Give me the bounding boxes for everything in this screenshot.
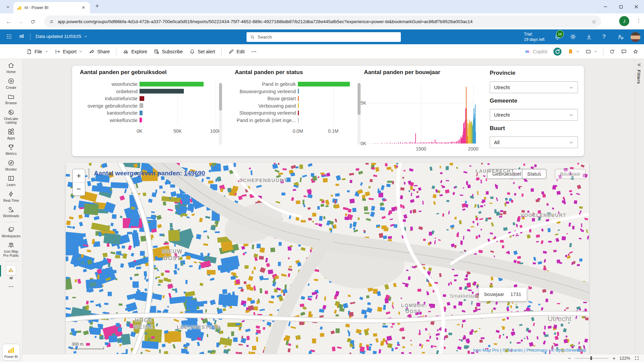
sidebar-item-onelake-catalog[interactable]: OneLakecatalog xyxy=(0,109,22,125)
subscribe-button[interactable]: Subscribe xyxy=(154,49,183,55)
browser-menu-icon[interactable]: ⋮ xyxy=(636,17,641,24)
histogram-bar[interactable] xyxy=(402,143,403,143)
window-close-button[interactable] xyxy=(629,0,644,13)
bookmark-button[interactable] xyxy=(568,49,580,55)
download-button[interactable] xyxy=(586,34,592,40)
sidebar-item-metrics[interactable]: Metrics xyxy=(0,143,22,156)
sidebar-item-real-time[interactable]: Real-Time xyxy=(0,190,22,203)
histogram-bar[interactable] xyxy=(433,142,434,143)
histogram-bar[interactable] xyxy=(412,142,413,143)
bar-row-sloopvergunning-verleend[interactable]: Sloopvergunning verleend xyxy=(235,109,360,117)
edit-button[interactable]: Edit xyxy=(228,49,245,55)
zoom-in-icon[interactable]: + xyxy=(612,355,615,361)
histogram-bar[interactable] xyxy=(414,142,415,143)
map-counter-value[interactable]: 149690 xyxy=(184,170,205,177)
histogram-bar[interactable] xyxy=(398,142,399,143)
window-maximize-button[interactable] xyxy=(613,0,629,13)
browser-tab[interactable]: nl - Power BI ✕ xyxy=(13,2,90,13)
bar-row-bouwvergunning-verleend[interactable]: Bouwvergunning verleend xyxy=(235,88,360,95)
histogram-bar[interactable] xyxy=(451,142,452,143)
histogram-bar[interactable] xyxy=(394,143,395,143)
bar-row-winkelfunctie[interactable]: winkelfunctie xyxy=(80,117,219,124)
chart-gebruiksdoel[interactable]: Aantal panden per gebruiksdoelwoonfuncti… xyxy=(80,69,219,136)
tab-close-icon[interactable]: ✕ xyxy=(80,5,87,11)
histogram-bar[interactable] xyxy=(417,142,418,143)
histogram-bar[interactable] xyxy=(448,142,449,143)
histogram-bar[interactable] xyxy=(415,133,416,143)
bar-row-overige-gebruiksfunctie[interactable]: overige gebruiksfunctie xyxy=(80,102,219,110)
histogram-bar[interactable] xyxy=(450,142,450,143)
histogram-bar[interactable] xyxy=(459,140,459,143)
sidebar-item-workloads[interactable]: Workloads xyxy=(0,206,22,218)
browser-profile-avatar[interactable]: J xyxy=(619,16,629,26)
copilot-button[interactable]: Copilot xyxy=(524,49,547,55)
zoom-slider-thumb[interactable] xyxy=(590,356,592,360)
histogram-bar[interactable] xyxy=(396,143,397,143)
sidebar-item-browse[interactable]: Browse xyxy=(0,93,22,105)
bar-row-woonfunctie[interactable]: woonfunctie xyxy=(80,80,219,88)
bar-row-verbouwing-pand[interactable]: Verbouwing pand xyxy=(235,102,360,110)
histogram-bar[interactable] xyxy=(392,143,392,143)
sidebar-item-home[interactable]: Home xyxy=(0,62,22,74)
sidebar-item-create[interactable]: Create xyxy=(0,77,22,90)
histogram-bar[interactable] xyxy=(439,142,440,143)
window-minimize-button[interactable] xyxy=(598,0,613,13)
histogram-bar[interactable] xyxy=(445,142,446,143)
bar[interactable] xyxy=(140,118,142,122)
filter-buurt-dropdown[interactable]: All xyxy=(490,136,578,148)
chart-status[interactable]: Aantal panden per statusPand in gebruikB… xyxy=(235,69,360,136)
bar[interactable] xyxy=(298,82,350,86)
reload-button[interactable] xyxy=(29,18,37,26)
histogram-bar[interactable] xyxy=(454,142,455,143)
histogram-bar[interactable] xyxy=(453,141,453,143)
bar[interactable] xyxy=(298,89,299,94)
account-avatar[interactable] xyxy=(631,32,640,42)
sidebar-item-more[interactable] xyxy=(0,284,22,290)
data-updated-button[interactable]: Data updated 11/03/25 xyxy=(36,34,88,39)
sidebar-item-apps[interactable]: Apps xyxy=(0,128,22,140)
bar[interactable] xyxy=(140,96,144,101)
chart-bouwjaar[interactable]: Aantal panden per bouwjaar0K5K15002000 xyxy=(364,69,480,80)
map-zoom-out-button[interactable]: − xyxy=(73,182,85,195)
global-search-input[interactable]: Search xyxy=(247,32,401,42)
explore-button[interactable]: Explore xyxy=(123,49,147,55)
export-button[interactable]: Export xyxy=(55,49,83,55)
filter-gemeente-dropdown[interactable]: Utrecht xyxy=(490,109,578,121)
histogram-bar[interactable] xyxy=(408,143,408,143)
more-horiz-button[interactable] xyxy=(251,49,257,55)
bookmark-star-icon[interactable]: ☆ xyxy=(592,18,596,25)
histogram-bar[interactable] xyxy=(426,142,427,143)
tab-search-button[interactable] xyxy=(3,3,12,10)
help-button[interactable]: ? xyxy=(602,34,605,40)
histogram-bar[interactable] xyxy=(387,143,387,143)
file-button[interactable]: File xyxy=(26,49,48,55)
bar[interactable] xyxy=(140,103,143,108)
new-tab-button[interactable]: + xyxy=(95,2,99,10)
bar-row-industriefunctie[interactable]: industriefunctie xyxy=(80,95,219,102)
histogram-bar[interactable] xyxy=(442,142,443,143)
bar[interactable] xyxy=(298,118,299,122)
map-attribution[interactable]: Icon Map Pro | © Tekantis | Protomaps | … xyxy=(473,348,586,353)
app-name[interactable]: nl xyxy=(19,34,24,39)
histogram-bar[interactable] xyxy=(423,142,424,143)
bar[interactable] xyxy=(298,111,299,115)
histogram-bar[interactable] xyxy=(400,142,401,143)
waffle-menu-button[interactable] xyxy=(6,34,12,40)
bar-row-pand-in-gebruik[interactable]: Pand in gebruik xyxy=(235,80,360,88)
bar[interactable] xyxy=(140,82,204,86)
reset-button[interactable] xyxy=(553,47,562,56)
bar-row-kantoorfunctie[interactable]: kantoorfunctie xyxy=(80,109,219,117)
histogram-bar[interactable] xyxy=(385,143,385,143)
bar-row-onbekend[interactable]: onbekend xyxy=(80,88,219,95)
expand-filters-button[interactable] xyxy=(637,62,642,67)
histogram-bar[interactable] xyxy=(441,142,441,143)
histogram-bar[interactable] xyxy=(444,142,445,143)
histogram-bar[interactable] xyxy=(446,142,447,143)
bar[interactable] xyxy=(140,89,184,94)
histogram-bar[interactable] xyxy=(429,142,430,143)
chart1-scrollbar[interactable] xyxy=(219,82,222,145)
histogram-bar[interactable] xyxy=(475,132,476,143)
settings-button[interactable] xyxy=(570,33,577,40)
map-button-status[interactable]: Status xyxy=(522,169,546,179)
sidebar-item-workspaces[interactable]: Workspaces xyxy=(0,226,22,238)
